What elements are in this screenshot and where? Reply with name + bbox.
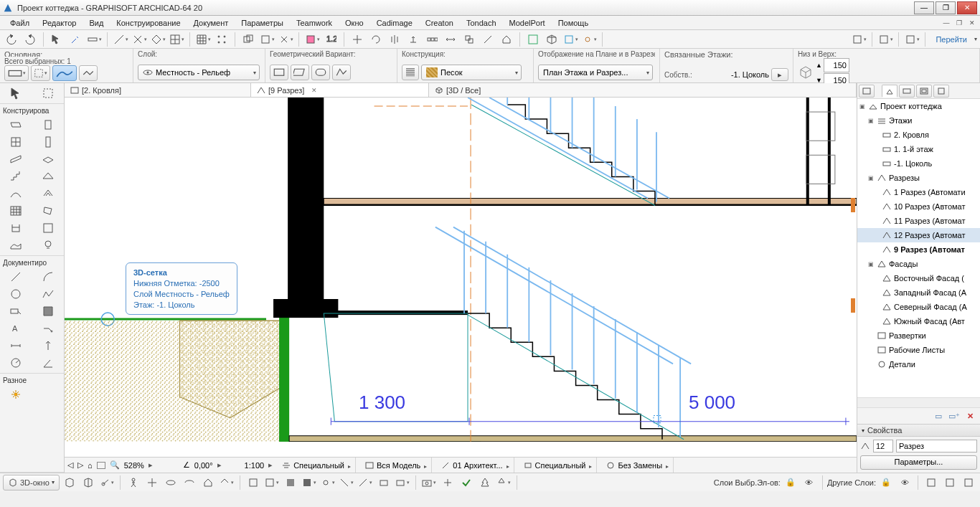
nav-details[interactable]: Детали [889,360,915,369]
lamp-tool[interactable] [32,237,65,254]
persp-icon[interactable] [61,475,78,491]
delete-icon[interactable]: ✕ [964,410,976,422]
circle-tool[interactable] [0,285,32,303]
navtab-publisher[interactable] [933,85,949,98]
mvo3[interactable]: 01 Архитект... [453,461,502,470]
set2-button[interactable] [877,32,894,47]
mesh-tool-button[interactable] [52,65,77,81]
stair-tool[interactable] [0,168,32,185]
mirror-button[interactable] [386,32,403,47]
render2-icon[interactable] [394,475,411,491]
tab-roof[interactable]: [2. Кровля] [65,83,251,97]
navtab-project[interactable] [882,85,897,98]
nav-fwd-icon[interactable]: ▷ [77,460,83,470]
drawlabel-tool[interactable] [0,303,32,320]
menu-tondach[interactable]: Tondach [461,17,502,29]
navigator-tree[interactable]: ▣Проект коттеджа ▣Этажи 2. Кровля 1. 1-й… [857,99,980,397]
polyline-tool[interactable] [32,285,65,303]
sun-icon[interactable] [319,475,336,491]
roof-tool[interactable] [32,168,65,185]
layers-other-lock[interactable]: 🔒 [877,475,895,491]
menu-cadimage[interactable]: Cadimage [371,17,418,29]
trace-button[interactable] [240,32,257,47]
angle-icon[interactable]: ∠ [183,460,190,470]
guides-button[interactable] [112,32,129,47]
nav-ws[interactable]: Рабочие Листы [889,346,945,354]
floors-button[interactable]: ▸ [771,68,788,81]
elevate-button[interactable] [405,32,422,47]
zoom-pct[interactable]: 528% [124,461,144,470]
menu-view[interactable]: Вид [83,17,109,29]
prop-id-input[interactable] [873,440,893,452]
menu-design[interactable]: Конструирование [110,17,186,29]
nav-elev-s[interactable]: Южный Фасад (Авт [894,317,965,326]
new-view-icon[interactable]: ▭ [933,410,944,422]
nav-section-12[interactable]: 12 Разрез (Автомат [894,231,966,240]
dim-tool[interactable] [0,337,32,354]
angle-value[interactable]: 0,00° [194,461,213,470]
layers-sel-hide[interactable]: 👁 [801,475,818,491]
params-button[interactable]: Параметры... [860,455,977,470]
view2-icon[interactable] [263,475,281,491]
ruler-button[interactable] [85,32,103,47]
home-icon[interactable] [199,475,217,491]
mdi-minimize-icon[interactable]: — [941,19,951,27]
redo-button[interactable] [22,32,39,47]
multiply-button[interactable] [423,32,440,47]
suspend-button[interactable] [277,32,294,47]
zoom-in-icon[interactable]: 🔍 [110,460,120,470]
column-tool[interactable] [32,133,65,151]
tab-3d[interactable]: [3D / Все] [429,83,857,97]
view1-icon[interactable] [245,475,262,491]
nav-sections[interactable]: Разрезы [889,174,920,182]
layer-combo[interactable]: Местность - Рельеф [138,65,260,80]
nav-storey-1[interactable]: 1. 1-й этаж [894,145,933,153]
shell-tool[interactable] [0,185,32,202]
mesh-tool2[interactable] [0,237,32,254]
door-tool[interactable] [32,116,65,133]
tab-section9[interactable]: [9 Разрез] ✕ [251,83,429,97]
goto-dropdown[interactable]: Перейти [930,35,973,44]
undo-button[interactable] [3,32,20,47]
properties-header[interactable]: ▾Свойства [857,424,980,437]
line-tool[interactable] [0,268,32,285]
nav-back-icon[interactable]: ◁ [67,460,73,470]
favorites-button[interactable] [303,32,321,47]
layers-other-hide[interactable]: 👁 [896,475,913,491]
zone-tool[interactable] [32,219,65,237]
attr-button[interactable] [580,32,598,47]
check-icon[interactable] [458,475,475,491]
menu-window[interactable]: Окно [339,17,369,29]
nav-section-10[interactable]: 10 Разрез (Автомат [894,202,966,211]
skylight-tool[interactable] [32,185,65,202]
tab-close-icon[interactable]: ✕ [311,87,317,94]
ext2-icon[interactable] [941,475,958,491]
leveldim-tool[interactable] [32,337,65,354]
look-icon[interactable] [181,475,198,491]
merge-icon[interactable] [439,475,456,491]
photo-icon[interactable] [420,475,438,491]
ext1-icon[interactable] [923,475,940,491]
surface-button[interactable] [79,65,98,81]
beam-tool[interactable] [0,151,32,168]
mvo5[interactable]: Без Замены [618,461,662,470]
shade1-icon[interactable] [282,475,299,491]
nav-elev-e[interactable]: Восточный Фасад ( [894,274,964,283]
shade2-icon[interactable] [301,475,318,491]
minimize-button[interactable]: — [914,1,934,14]
menu-options[interactable]: Параметры [235,17,289,29]
nav-section-9[interactable]: 9 Разрез (Автомат [894,245,965,254]
menu-edit[interactable]: Редактор [37,17,82,29]
snap-button[interactable] [131,32,148,47]
fill-tool[interactable] [32,303,65,320]
cut1-icon[interactable] [338,475,355,491]
stretch-button[interactable] [442,32,459,47]
eyedropper-button[interactable] [67,32,84,47]
layers-sel-lock[interactable]: 🔒 [782,475,799,491]
nav-storeys[interactable]: Этажи [889,116,912,125]
geom-opt2[interactable] [291,65,309,80]
navtab-popup[interactable] [859,85,875,98]
tree3d2-icon[interactable] [495,475,512,491]
home-button[interactable] [498,32,515,47]
drawing-canvas[interactable]: 3D-сетка Нижняя Отметка: -2500 Слой Мест… [65,98,857,457]
